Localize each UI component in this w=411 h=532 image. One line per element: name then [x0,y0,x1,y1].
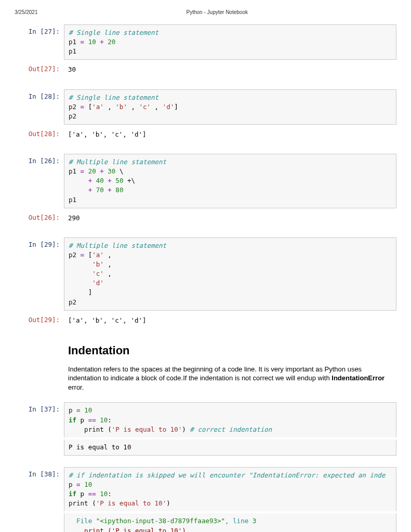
cell-in-27: In [27]: # Single line statement p1 = 10… [15,24,396,60]
cell-out-37: P is equal to 10 [15,440,396,456]
prompt-out-26: Out[26]: [15,210,64,221]
page: 3/25/2021 Python - Jupyter Notebook In [… [0,0,411,532]
prompt-err-38-empty [15,513,64,516]
code-28[interactable]: # Single line statement p2 = ['a' , 'b' … [64,89,396,125]
code-29[interactable]: # Multiple line statement p2 = ['a' , 'b… [64,237,396,311]
cell-out-26: Out[26]: 290 [15,210,396,226]
cell-in-38: In [38]: # if indentation is skipped we … [15,467,396,512]
heading-indentation: Indentation [68,344,392,357]
cell-in-37: In [37]: p = 10 if p == 10: print ('P is… [15,402,396,437]
header-title: Python - Jupyter Notebook [38,9,397,15]
code-37[interactable]: p = 10 if p == 10: print ('P is equal to… [64,402,396,437]
code-27[interactable]: # Single line statement p1 = 10 + 20 p1 [64,24,396,60]
code-38[interactable]: # if indentation is skipped we will enco… [64,467,396,512]
output-37: P is equal to 10 [64,440,396,456]
prompt-in-28: In [28]: [15,89,64,100]
prompt-in-37: In [37]: [15,402,64,413]
page-header: 3/25/2021 Python - Jupyter Notebook [15,9,396,15]
paragraph-indentation: Indentation refers to the spaces at the … [68,365,392,392]
cell-out-27: Out[27]: 30 [15,62,396,77]
header-date: 3/25/2021 [15,9,38,15]
prompt-in-26: In [26]: [15,154,64,165]
error-38: File "<ipython-input-38-d7879ffaae93>", … [64,513,396,532]
output-26: 290 [64,210,396,226]
prompt-out-27: Out[27]: [15,62,64,73]
cell-out-29: Out[29]: ['a', 'b', 'c', 'd'] [15,313,396,328]
output-28: ['a', 'b', 'c', 'd'] [64,127,396,142]
prompt-in-27: In [27]: [15,24,64,35]
code-26[interactable]: # Multiple line statement p1 = 20 + 30 \… [64,154,396,208]
cell-out-28: Out[28]: ['a', 'b', 'c', 'd'] [15,127,396,142]
output-27: 30 [64,62,396,77]
cell-in-29: In [29]: # Multiple line statement p2 = … [15,237,396,311]
cell-in-26: In [26]: # Multiple line statement p1 = … [15,154,396,208]
prompt-out-28: Out[28]: [15,127,64,138]
markdown-indentation: Indentation Indentation refers to the sp… [64,330,396,401]
prompt-out-29: Out[29]: [15,313,64,324]
cell-in-28: In [28]: # Single line statement p2 = ['… [15,89,396,125]
prompt-in-38: In [38]: [15,467,64,478]
prompt-out-37-empty [15,440,64,443]
output-29: ['a', 'b', 'c', 'd'] [64,313,396,328]
cell-err-38: File "<ipython-input-38-d7879ffaae93>", … [15,513,396,532]
prompt-in-29: In [29]: [15,237,64,248]
